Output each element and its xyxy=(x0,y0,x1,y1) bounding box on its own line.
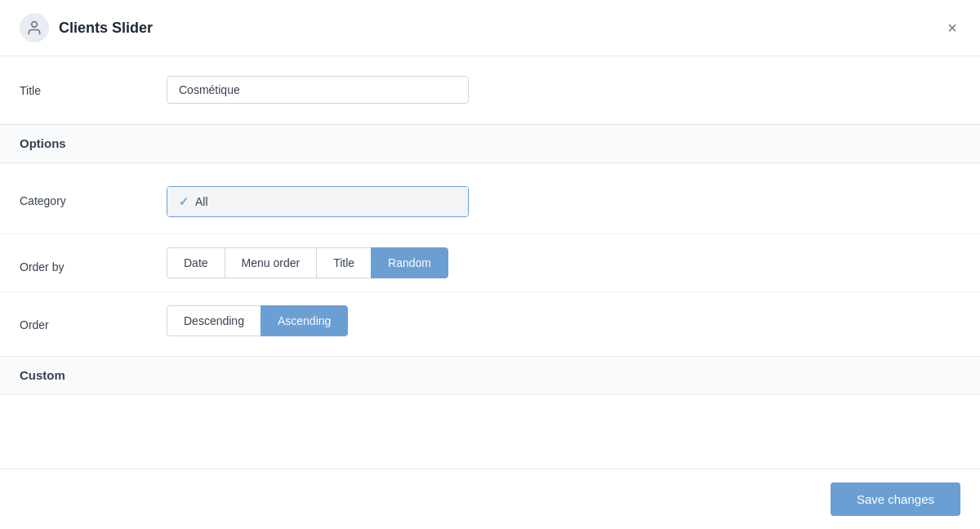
order-by-field-row: Order by Date Menu order Title Random xyxy=(0,233,980,291)
category-field-row: Category ✓ All xyxy=(0,170,980,233)
check-icon: ✓ xyxy=(179,195,189,208)
order-control: Descending Ascending xyxy=(167,305,960,336)
order-field-row: Order Descending Ascending xyxy=(0,291,980,349)
title-label: Title xyxy=(20,76,167,97)
svg-point-0 xyxy=(32,22,38,28)
dropdown-open-box: ✓ All xyxy=(167,186,469,217)
category-dropdown[interactable]: ✓ All xyxy=(167,186,469,217)
title-field-row: Title xyxy=(0,56,980,124)
modal-body: Title Options Category ✓ xyxy=(0,56,980,469)
modal-icon xyxy=(20,13,49,42)
order-by-control: Date Menu order Title Random xyxy=(167,247,960,278)
category-label: Category xyxy=(20,186,167,207)
category-control: ✓ All xyxy=(167,186,960,217)
options-section-title: Options xyxy=(20,136,66,150)
order-by-label: Order by xyxy=(20,252,167,273)
order-by-menu-order-button[interactable]: Menu order xyxy=(225,247,318,278)
order-button-group: Descending Ascending xyxy=(167,305,960,336)
title-control xyxy=(167,76,960,104)
order-descending-button[interactable]: Descending xyxy=(167,305,261,336)
modal-header: Clients Slider × xyxy=(0,0,980,56)
modal-footer: Save changes xyxy=(0,469,980,529)
clients-slider-modal: Clients Slider × Title Options Category xyxy=(0,0,980,529)
save-changes-button[interactable]: Save changes xyxy=(831,482,960,516)
modal-title: Clients Slider xyxy=(59,20,153,37)
dropdown-item-all[interactable]: ✓ All xyxy=(167,187,468,216)
custom-section-title: Custom xyxy=(20,368,65,382)
order-by-title-button[interactable]: Title xyxy=(316,247,372,278)
order-by-date-button[interactable]: Date xyxy=(167,247,225,278)
close-button[interactable]: × xyxy=(944,16,960,39)
order-by-random-button[interactable]: Random xyxy=(371,247,448,278)
title-input[interactable] xyxy=(167,76,469,104)
dropdown-list: ✓ All xyxy=(167,187,468,216)
order-by-button-group: Date Menu order Title Random xyxy=(167,247,960,278)
dropdown-item-all-label: All xyxy=(195,195,208,208)
options-section-header: Options xyxy=(0,124,980,163)
order-ascending-button[interactable]: Ascending xyxy=(261,305,348,336)
order-label: Order xyxy=(20,310,167,331)
custom-section-header: Custom xyxy=(0,356,980,395)
options-body: Category ✓ All xyxy=(0,163,980,356)
header-left: Clients Slider xyxy=(20,13,153,42)
